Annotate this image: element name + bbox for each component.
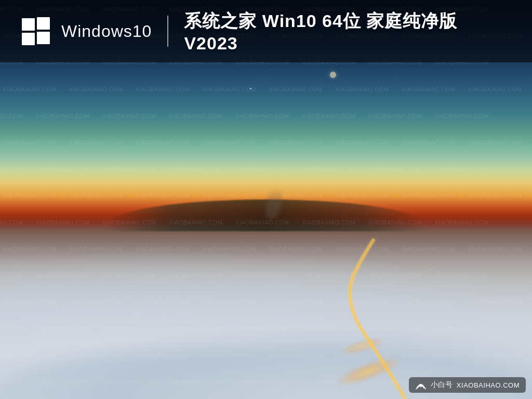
svg-rect-0: [22, 18, 35, 31]
windows10-label: Windows10: [61, 22, 152, 41]
header-bar: Windows10 系统之家 Win10 64位 家庭纯净版 V2023: [0, 0, 532, 62]
svg-rect-2: [22, 33, 35, 45]
terrain: [0, 219, 532, 399]
broadcast-icon: [415, 380, 427, 390]
header-subtitle: 系统之家 Win10 64位 家庭纯净版 V2023: [184, 9, 511, 54]
badge-cn-text: 小白号: [431, 380, 453, 390]
badge-en-text: XIAOBAIHAO.COM: [457, 381, 520, 389]
svg-rect-3: [37, 32, 50, 44]
windows-logo: [21, 16, 51, 46]
watermark-badge: 小白号 XIAOBAIHAO.COM: [409, 377, 526, 393]
header-divider: [167, 16, 168, 47]
svg-rect-1: [37, 17, 50, 30]
